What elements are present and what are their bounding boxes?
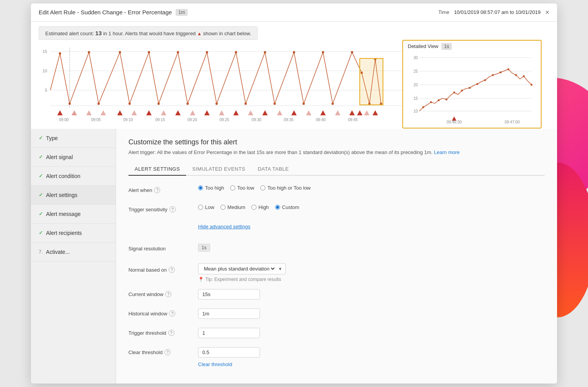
- historical-window-label: Historical window ?: [128, 308, 198, 317]
- clear-threshold-help-icon[interactable]: ?: [164, 349, 171, 355]
- detailed-view-badge: 1s: [441, 43, 452, 50]
- radio-too-low[interactable]: Too low: [230, 185, 254, 191]
- time-label: Time: [438, 9, 449, 15]
- svg-text:15: 15: [43, 49, 47, 54]
- svg-point-79: [430, 101, 432, 103]
- trigger-threshold-input[interactable]: [198, 328, 260, 338]
- sidebar-item-alert-condition[interactable]: ✓ Alert condition: [31, 167, 116, 186]
- svg-text:09:00: 09:00: [59, 118, 68, 121]
- radio-too-high-or-low[interactable]: Too high or Too low: [260, 185, 311, 191]
- trigger-threshold-control: [198, 328, 545, 338]
- current-window-control: [198, 289, 545, 300]
- sidebar-item-alert-recipients[interactable]: ✓ Alert recipients: [31, 224, 116, 243]
- main-content: Customize the settings for this alert Al…: [116, 129, 557, 384]
- modal-header: Edit Alert Rule - Sudden Change - Error …: [31, 3, 557, 22]
- sidebar-check-type: ✓: [39, 135, 43, 141]
- svg-text:5: 5: [45, 88, 47, 92]
- form-row-trigger-threshold: Trigger threshold ?: [128, 328, 545, 340]
- tab-data-table[interactable]: DATA TABLE: [251, 163, 295, 176]
- svg-text:10: 10: [43, 68, 47, 73]
- normal-based-on-help-icon[interactable]: ?: [169, 267, 175, 273]
- svg-text:09:15: 09:15: [155, 118, 165, 121]
- trigger-sensitivity-label: Trigger sensitivity ?: [128, 204, 198, 212]
- normal-based-on-dropdown[interactable]: Mean plus standard deviation ▾: [198, 263, 286, 274]
- svg-marker-34: [57, 110, 63, 115]
- form-row-normal-based-on: Normal based on ? Mean plus standard dev…: [128, 263, 545, 282]
- close-button[interactable]: ×: [545, 9, 549, 16]
- sidebar-check-message: ✓: [39, 211, 43, 217]
- sidebar-label-activate: Activate...: [46, 249, 70, 255]
- historical-window-help-icon[interactable]: ?: [169, 310, 175, 317]
- svg-marker-42: [175, 110, 181, 115]
- svg-point-80: [438, 99, 440, 101]
- current-window-input[interactable]: [198, 289, 260, 300]
- svg-point-78: [422, 106, 424, 108]
- radio-custom[interactable]: Custom: [275, 204, 299, 210]
- svg-marker-48: [262, 110, 268, 115]
- svg-point-26: [244, 103, 247, 105]
- svg-marker-40: [146, 110, 152, 115]
- historical-window-input[interactable]: [198, 308, 260, 319]
- sidebar-check-signal: ✓: [39, 154, 43, 160]
- svg-point-91: [523, 75, 525, 77]
- clear-threshold-control: Clear threshold: [198, 347, 545, 367]
- trigger-threshold-help-icon[interactable]: ?: [168, 330, 174, 336]
- sidebar-item-alert-settings[interactable]: ✓ Alert settings: [31, 186, 116, 205]
- svg-marker-39: [132, 110, 137, 115]
- normal-based-on-select[interactable]: Mean plus standard deviation: [202, 265, 276, 272]
- sidebar-label-type: Type: [46, 135, 58, 141]
- svg-text:09:45: 09:45: [348, 118, 357, 121]
- sidebar-item-alert-signal[interactable]: ✓ Alert signal: [31, 148, 116, 167]
- svg-text:09:25: 09:25: [219, 118, 229, 121]
- clear-threshold-input[interactable]: [198, 347, 260, 358]
- radio-too-high[interactable]: Too high: [198, 185, 224, 191]
- svg-marker-52: [320, 110, 326, 115]
- hide-advanced-settings-button[interactable]: Hide advanced settings: [198, 224, 250, 229]
- radio-high[interactable]: High: [251, 204, 269, 210]
- svg-marker-36: [86, 110, 92, 115]
- sidebar-label-message: Alert message: [46, 211, 80, 217]
- svg-point-8: [59, 52, 61, 55]
- radio-medium[interactable]: Medium: [220, 204, 245, 210]
- normal-based-on-tip: 📍 Tip: Experiment and compare results: [198, 277, 281, 282]
- content-title: Customize the settings for this alert: [128, 138, 545, 146]
- learn-more-link[interactable]: Learn more: [434, 149, 460, 155]
- sidebar-item-type[interactable]: ✓ Type: [31, 129, 116, 148]
- form-row-alert-when: Alert when ? Too high Too low Too high o…: [128, 185, 545, 197]
- svg-marker-45: [219, 110, 224, 115]
- alert-when-label: Alert when ?: [128, 185, 198, 193]
- svg-point-87: [492, 74, 494, 76]
- svg-marker-37: [101, 110, 106, 115]
- form-row-current-window: Current window ?: [128, 289, 545, 301]
- form-row-signal-resolution: Signal resolution 1s: [128, 244, 545, 256]
- svg-marker-41: [161, 110, 166, 115]
- signal-resolution-label: Signal resolution: [128, 244, 198, 252]
- sidebar-item-alert-message[interactable]: ✓ Alert message: [31, 205, 116, 224]
- trigger-sensitivity-help-icon[interactable]: ?: [169, 206, 176, 212]
- chart-area: Estimated alert count: 13 in 1 hour. Ale…: [31, 22, 557, 129]
- alert-when-help-icon[interactable]: ?: [154, 187, 160, 193]
- radio-low[interactable]: Low: [198, 204, 214, 210]
- svg-point-23: [157, 103, 160, 105]
- svg-point-85: [477, 83, 479, 85]
- alert-count-end: shown in chart below.: [202, 31, 251, 36]
- svg-point-12: [177, 51, 179, 53]
- svg-point-13: [206, 51, 208, 53]
- svg-text:09:47:00: 09:47:00: [505, 120, 520, 123]
- tab-simulated-events[interactable]: SIMULATED EVENTS: [186, 163, 251, 176]
- main-chart-svg: 15 10 5: [39, 44, 410, 121]
- svg-point-90: [515, 74, 517, 76]
- sidebar-item-activate[interactable]: 7. Activate...: [31, 243, 116, 262]
- sidebar-label-signal: Alert signal: [46, 154, 73, 160]
- tabs: ALERT SETTINGS SIMULATED EVENTS DATA TAB…: [128, 163, 545, 176]
- sidebar-label-condition: Alert condition: [46, 173, 80, 179]
- current-window-help-icon[interactable]: ?: [165, 291, 171, 297]
- svg-point-17: [322, 51, 324, 53]
- svg-text:30: 30: [414, 56, 418, 60]
- detailed-view: Detailed View 1s 30 25 20: [402, 40, 542, 128]
- svg-text:09:40: 09:40: [316, 118, 325, 121]
- tab-alert-settings[interactable]: ALERT SETTINGS: [128, 163, 186, 176]
- svg-marker-44: [204, 110, 210, 115]
- clear-threshold-button[interactable]: Clear threshold: [198, 361, 232, 367]
- alert-when-control: Too high Too low Too high or Too low: [198, 185, 545, 191]
